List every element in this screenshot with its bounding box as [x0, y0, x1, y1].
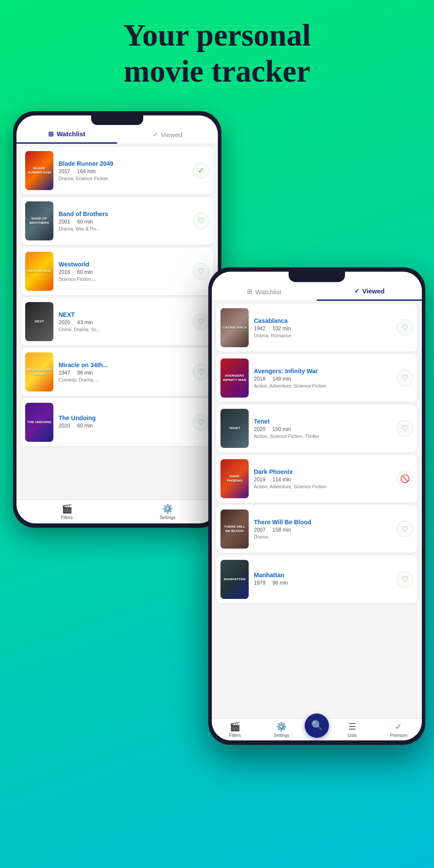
viewed-label-back: Viewed — [161, 131, 182, 138]
movie-card[interactable]: NEXT NEXT 2020 43 min Crime, Drama, Sc..… — [21, 298, 214, 345]
movie-meta: 1947 96 min — [59, 370, 187, 376]
action-icon: ✓ — [198, 166, 204, 175]
movie-poster: BLADE RUNNER 2049 — [25, 151, 53, 190]
movie-duration: 60 min — [77, 269, 93, 275]
movie-genre: Action, Science Fiction, Thriller — [254, 434, 391, 439]
nav-filters-back[interactable]: 🎬 Filters — [16, 503, 117, 520]
movie-title: There Will Be Blood — [254, 519, 391, 526]
movie-meta: 2020 60 min — [59, 423, 187, 429]
front-tab-bar: ⊞ Watchlist ✓ Viewed — [212, 282, 422, 301]
movie-meta: 2007 158 min — [254, 527, 391, 533]
movie-card[interactable]: WESTWORLD Westworld 2016 60 min Science … — [21, 247, 214, 295]
front-phone-notch — [289, 272, 345, 282]
movie-duration: 96 min — [273, 580, 288, 586]
movie-year: 2016 — [59, 269, 70, 275]
movie-action-button[interactable]: ♡ — [193, 213, 209, 229]
movie-card[interactable]: TENET Tenet 2020 150 min Action, Science… — [216, 404, 418, 452]
movie-year: 2007 — [254, 527, 266, 533]
action-icon: 🚫 — [400, 474, 410, 483]
poster-label: AVENGERS INFINITY WAR — [220, 373, 249, 383]
movie-card[interactable]: BLADE RUNNER 2049 Blade Runner 2049 2017… — [21, 147, 214, 194]
movie-card[interactable]: AVENGERS INFINITY WAR Avengers: Infinity… — [216, 354, 418, 402]
lists-label-front: Lists — [348, 733, 357, 738]
filters-icon-front: 🎬 — [230, 721, 240, 732]
movie-title: Avengers: Infinity War — [254, 368, 391, 375]
movie-year: 2020 — [59, 319, 70, 326]
movie-title: NEXT — [59, 311, 187, 318]
action-icon: ♡ — [401, 575, 408, 584]
tab-watchlist-back[interactable]: ⊞ Watchlist — [16, 130, 117, 144]
nav-premium-front[interactable]: ✓ Premium — [375, 721, 422, 738]
movie-action-button[interactable]: ♡ — [397, 521, 413, 537]
movie-poster: DARK PHOENIX — [220, 459, 249, 498]
settings-label-front: Settings — [273, 733, 289, 738]
nav-settings-back[interactable]: ⚙️ Settings — [117, 503, 218, 520]
movie-genre: Crime, Drama, Sc... — [59, 327, 187, 332]
hero-title: Your personal movie tracker — [26, 17, 408, 89]
movie-duration: 149 min — [273, 376, 291, 382]
movie-genre: Drama, War & Po... — [59, 226, 187, 231]
movie-card[interactable]: DARK PHOENIX Dark Phoenix 2019 114 min A… — [216, 455, 418, 503]
filters-icon-back: 🎬 — [62, 503, 72, 514]
movie-meta: 2018 149 min — [254, 376, 391, 382]
movie-poster: THERE WILL BE BLOOD — [220, 510, 249, 549]
nav-settings-front[interactable]: ⚙️ Settings — [258, 721, 305, 738]
movie-year: 2020 — [59, 423, 70, 429]
tab-viewed-front[interactable]: ✓ Viewed — [317, 287, 422, 301]
movie-card[interactable]: Miracle on 34th Street Miracle on 34th..… — [21, 348, 214, 396]
movie-card[interactable]: THERE WILL BE BLOOD There Will Be Blood … — [216, 505, 418, 553]
movie-duration: 96 min — [77, 370, 93, 376]
movie-year: 2018 — [254, 376, 266, 382]
movie-poster: TENET — [220, 409, 249, 448]
movie-info: NEXT 2020 43 min Crime, Drama, Sc... — [59, 311, 187, 332]
viewed-icon-back: ✓ — [153, 131, 158, 138]
nav-search-center[interactable]: 🔍 — [305, 721, 329, 738]
movie-action-button[interactable]: ♡ — [397, 420, 413, 437]
movie-action-button[interactable]: ♡ — [193, 414, 209, 431]
nav-filters-front[interactable]: 🎬 Filters — [212, 721, 258, 738]
movie-action-button[interactable]: ♡ — [193, 263, 209, 279]
back-movie-list: BLADE RUNNER 2049 Blade Runner 2049 2017… — [16, 144, 218, 500]
back-bottom-nav: 🎬 Filters ⚙️ Settings — [16, 500, 218, 523]
tab-viewed-back[interactable]: ✓ Viewed — [117, 130, 218, 144]
movie-poster: Miracle on 34th Street — [25, 352, 53, 391]
movie-meta: 2001 60 min — [59, 219, 187, 225]
movie-card[interactable]: THE UNDOING The Undoing 2020 60 min ♡ — [21, 398, 214, 446]
movie-poster: MANHATTAN — [220, 560, 249, 599]
movie-action-button[interactable]: ✓ — [193, 162, 209, 179]
search-button-center[interactable]: 🔍 — [305, 713, 329, 738]
filters-label-back: Filters — [61, 515, 72, 520]
movie-action-button[interactable]: 🚫 — [397, 470, 413, 487]
movie-action-button[interactable]: ♡ — [193, 364, 209, 380]
movie-title: The Undoing — [59, 414, 187, 421]
poster-label: THE UNDOING — [26, 419, 53, 425]
watchlist-label-front: Watchlist — [255, 288, 281, 296]
movie-card[interactable]: MANHATTAN Manhattan 1979 96 min ♡ — [216, 556, 418, 603]
poster-label: CASABLANCA — [221, 325, 247, 331]
back-app-ui: ⊞ Watchlist ✓ Viewed BLADE RUNNER 2049 B… — [16, 115, 218, 523]
premium-label-front: Premium — [390, 733, 407, 738]
poster-label: BLADE RUNNER 2049 — [25, 165, 53, 175]
tab-watchlist-front[interactable]: ⊞ Watchlist — [212, 287, 317, 301]
movie-action-button[interactable]: ♡ — [397, 370, 413, 386]
movie-card[interactable]: BAND OF BROTHERS Band of Brothers 2001 6… — [21, 197, 214, 245]
movie-action-button[interactable]: ♡ — [193, 313, 209, 330]
movie-year: 1979 — [254, 580, 266, 586]
phones-area: ⊞ Watchlist ✓ Viewed BLADE RUNNER 2049 B… — [0, 102, 434, 814]
movie-info: Avengers: Infinity War 2018 149 min Acti… — [254, 368, 391, 388]
back-phone-notch — [91, 115, 143, 125]
nav-lists-front[interactable]: ☰ Lists — [329, 721, 375, 738]
movie-action-button[interactable]: ♡ — [397, 319, 413, 336]
movie-poster: CASABLANCA — [220, 308, 249, 347]
movie-card[interactable]: CASABLANCA Casablanca 1942 102 min Drama… — [216, 304, 418, 352]
movie-meta: 1979 96 min — [254, 580, 391, 586]
movie-title: Dark Phoenix — [254, 468, 391, 475]
action-icon: ♡ — [401, 373, 408, 383]
movie-action-button[interactable]: ♡ — [397, 571, 413, 588]
movie-poster: NEXT — [25, 302, 53, 341]
movie-info: There Will Be Blood 2007 158 min Drama — [254, 519, 391, 539]
search-icon-center: 🔍 — [311, 720, 323, 731]
movie-info: Tenet 2020 150 min Action, Science Ficti… — [254, 418, 391, 439]
movie-year: 2020 — [254, 426, 266, 432]
poster-label: THERE WILL BE BLOOD — [220, 524, 249, 534]
